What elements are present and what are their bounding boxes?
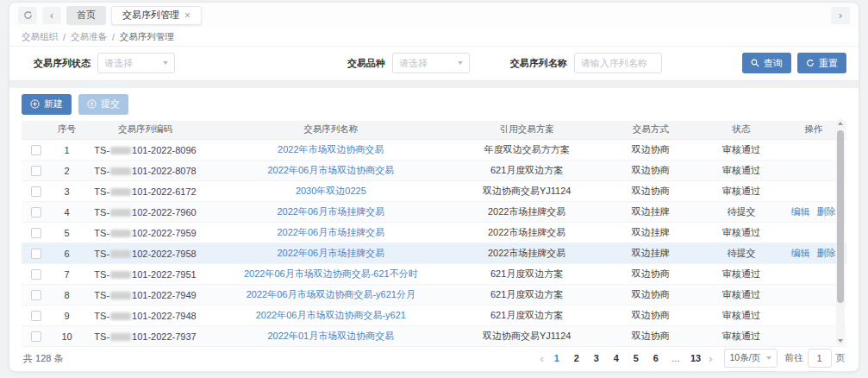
row-code: TS-102-2022-7958	[84, 243, 208, 264]
row-name-link[interactable]: 2022年06月市场挂牌交易	[277, 206, 384, 217]
scroll-down-icon[interactable]	[838, 339, 843, 343]
breadcrumb-item-org[interactable]: 交易组织	[22, 31, 58, 43]
row-checkbox[interactable]	[31, 290, 41, 300]
row-code: TS-101-2022-7949	[84, 285, 208, 306]
table-toolbar: 新建 提交	[22, 94, 846, 115]
chevron-down-icon	[458, 61, 463, 65]
row-mode: 双边协商	[599, 326, 703, 347]
refresh-icon	[23, 10, 33, 20]
row-index: 10	[50, 326, 83, 347]
pagination-prev-icon[interactable]: ‹	[540, 353, 544, 364]
chevron-left-icon: ‹	[50, 8, 53, 23]
row-code: TS-101-2022-7951	[84, 264, 208, 285]
redacted-code-segment	[110, 292, 131, 299]
pagination-page-13[interactable]: 13	[690, 353, 701, 363]
submit-button-label: 提交	[101, 98, 120, 110]
row-index: 4	[50, 202, 83, 223]
scrollbar-thumb[interactable]	[837, 130, 844, 303]
pagination-page-2[interactable]: 2	[571, 353, 582, 363]
tab-home[interactable]: 首页	[66, 6, 106, 25]
table-footer: 共 128 条 ‹ 123456...13 › 10条/页 前往 页	[22, 347, 846, 371]
table-row: 10TS-101-2022-79372022年01月市场双边协商交易双边协商交易…	[22, 326, 846, 347]
row-checkbox[interactable]	[31, 311, 41, 321]
create-button-label: 新建	[44, 98, 63, 110]
row-mode: 双边挂牌	[599, 223, 703, 243]
row-status: 待提交	[703, 202, 781, 223]
table-row: 7TS-101-2022-79512022年06月市场双边协商交易-621不分时…	[22, 264, 846, 285]
row-checkbox[interactable]	[31, 145, 41, 155]
pagination-page-1[interactable]: 1	[552, 353, 562, 363]
row-checkbox[interactable]	[31, 249, 41, 259]
pagination-page-5[interactable]: 5	[631, 353, 641, 363]
row-name-link[interactable]: 2022年06月市场双边协商交易-621不分时	[244, 268, 418, 279]
pagination-page-4[interactable]: 4	[611, 353, 621, 363]
row-status: 审核通过	[703, 285, 781, 306]
submit-arrow-icon	[87, 99, 97, 109]
row-action-delete-link[interactable]: 删除	[817, 248, 836, 258]
table-row: 8TS-101-2022-79492022年06月市场双边协商交易-y621分月…	[22, 285, 846, 306]
scroll-tabs-left-button[interactable]: ‹	[42, 7, 61, 24]
row-name-link[interactable]: 2022年06月市场挂牌交易	[277, 227, 384, 237]
app-window: ‹ 首页 交易序列管理 × › 交易组织 / 交易准备 / 交易序列管理 交易序…	[9, 2, 859, 372]
row-action-delete-link[interactable]: 删除	[817, 206, 836, 217]
pagination-page-6[interactable]: 6	[651, 353, 661, 363]
row-code: TS-102-2022-7959	[84, 223, 208, 243]
row-status: 待提交	[703, 243, 781, 264]
row-checkbox[interactable]	[31, 331, 41, 342]
row-plan: 621月度双边方案	[454, 161, 598, 181]
sequence-name-input[interactable]	[574, 53, 662, 73]
row-mode: 双边协商	[599, 161, 703, 181]
row-name-link[interactable]: 2030年双边0225	[296, 186, 366, 196]
row-action-edit-link[interactable]: 编辑	[791, 248, 810, 258]
row-status: 审核通过	[703, 181, 781, 202]
table-header-row: 序号 交易序列编码 交易序列名称 引用交易方案 交易方式 状态 操作	[22, 121, 846, 140]
row-checkbox[interactable]	[31, 269, 41, 280]
scroll-tabs-right-button[interactable]: ›	[831, 7, 850, 24]
close-tab-icon[interactable]: ×	[184, 10, 190, 21]
breadcrumb-item-current: 交易序列管理	[120, 31, 174, 43]
tab-transaction-sequence[interactable]: 交易序列管理 ×	[111, 6, 202, 25]
pagination-page-3[interactable]: 3	[591, 353, 602, 363]
reset-button[interactable]: 重置	[797, 53, 846, 73]
vertical-scrollbar[interactable]	[836, 119, 845, 346]
page-size-select[interactable]: 10条/页	[724, 349, 777, 368]
filter-status-select[interactable]: 请选择	[97, 53, 175, 73]
row-action-edit-link[interactable]: 编辑	[791, 206, 810, 217]
search-button[interactable]: 查询	[742, 53, 791, 73]
row-checkbox[interactable]	[31, 186, 41, 197]
row-mode: 双边挂牌	[599, 243, 703, 264]
filter-status-placeholder: 请选择	[104, 57, 133, 70]
row-checkbox[interactable]	[31, 207, 41, 217]
row-index: 1	[50, 140, 83, 161]
row-name-link[interactable]: 2022年市场双边协商交易	[278, 144, 384, 154]
create-button[interactable]: 新建	[22, 94, 72, 115]
row-plan: 621月度双边方案	[454, 264, 598, 285]
row-name-link[interactable]: 2022年06月市场双边协商交易	[267, 165, 394, 175]
row-mode: 双边协商	[599, 264, 703, 285]
row-mode: 双边协商	[599, 306, 703, 326]
goto-label: 前往	[785, 352, 803, 364]
plus-circle-icon	[30, 99, 40, 109]
row-index: 3	[50, 181, 83, 202]
row-checkbox[interactable]	[31, 228, 41, 238]
submit-button[interactable]: 提交	[78, 94, 128, 115]
header-mode: 交易方式	[599, 121, 703, 140]
row-checkbox[interactable]	[31, 166, 41, 176]
row-name-link[interactable]: 2022年01月市场双边协商交易	[267, 331, 394, 341]
breadcrumb-item-prepare[interactable]: 交易准备	[71, 31, 107, 43]
pagination-next-icon[interactable]: ›	[709, 353, 712, 364]
row-status: 审核通过	[703, 161, 781, 181]
row-code: TS-101-2022-8096	[84, 140, 208, 161]
row-name-link[interactable]: 2022年06月市场双边协商交易-y621	[256, 310, 406, 320]
goto-unit-label: 页	[836, 352, 846, 364]
filter-variety-select[interactable]: 请选择	[392, 53, 470, 73]
row-name-link[interactable]: 2022年06月市场挂牌交易	[277, 248, 384, 258]
goto-page-input[interactable]	[808, 349, 832, 368]
refresh-tabs-button[interactable]	[18, 7, 37, 24]
row-status: 审核通过	[703, 223, 781, 243]
scroll-up-icon[interactable]	[838, 122, 843, 125]
section-divider	[9, 81, 859, 88]
redacted-code-segment	[110, 167, 131, 175]
row-name-link[interactable]: 2022年06月市场双边协商交易-y621分月	[247, 289, 415, 299]
redacted-code-segment	[110, 188, 131, 196]
